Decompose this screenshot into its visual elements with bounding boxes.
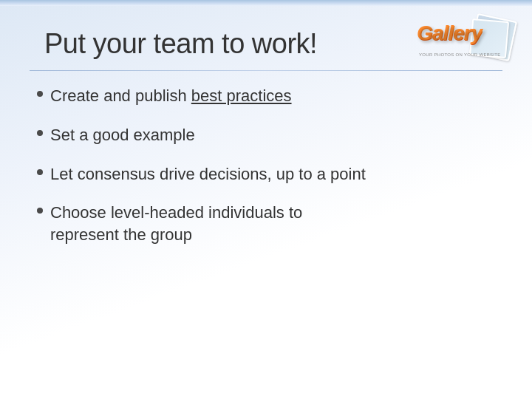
bullet-text-1: Create and publish best practices [50, 85, 502, 108]
gallery-logo-text: Gallery [417, 22, 482, 46]
best-practices-link[interactable]: best practices [191, 86, 292, 105]
content-area: Create and publish best practices Set a … [30, 85, 502, 369]
bullet-text-2: Set a good example [50, 124, 502, 147]
slide-title: Put your team to work! [44, 28, 406, 60]
bullet-dot-2 [30, 124, 50, 136]
list-item: Create and publish best practices [30, 85, 502, 108]
bullet-text-4: Choose level-headed individuals torepres… [50, 202, 502, 245]
bullet-dot-3 [30, 163, 50, 175]
list-item: Set a good example [30, 124, 502, 147]
title-divider [30, 70, 502, 71]
logo-area: Gallery YOUR PHOTOS ON YOUR WEBSITE [414, 7, 517, 66]
bullet-dot-4 [30, 202, 50, 214]
list-item: Let consensus drive decisions, up to a p… [30, 163, 502, 186]
slide: Gallery YOUR PHOTOS ON YOUR WEBSITE Put … [0, 0, 532, 399]
bullet-text-3: Let consensus drive decisions, up to a p… [50, 163, 502, 186]
gallery-tagline: YOUR PHOTOS ON YOUR WEBSITE [419, 52, 501, 57]
bullet-list: Create and publish best practices Set a … [30, 85, 502, 246]
bullet-dot-1 [30, 85, 50, 97]
list-item: Choose level-headed individuals torepres… [30, 202, 502, 245]
top-bar [0, 0, 532, 6]
gallery-logo: Gallery YOUR PHOTOS ON YOUR WEBSITE [417, 11, 514, 63]
